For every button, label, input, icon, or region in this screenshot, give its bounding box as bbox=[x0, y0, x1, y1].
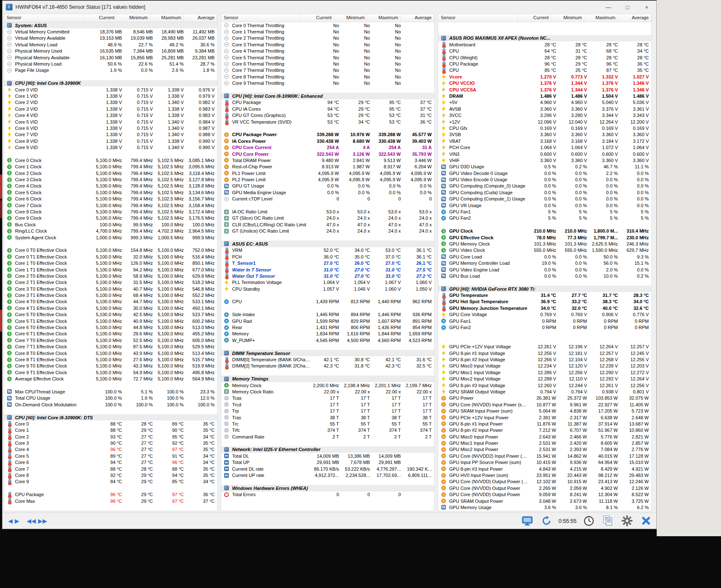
sensor-row[interactable]: Core 1 T1 Effective Clock5,100.0 MHz94.2… bbox=[4, 266, 217, 273]
sensor-row[interactable]: Core 9 VID1.338 V0.715 V1.340 V0.990 V bbox=[4, 144, 217, 150]
sensor-row[interactable]: Memory Clock2,200.0 MHz2,198.4 MHz2,201.… bbox=[221, 382, 434, 388]
sensor-row[interactable]: Core 3 VID1.338 V0.715 V1.338 V0.983 V bbox=[4, 106, 217, 112]
sensor-row[interactable]: Total DRAM Power9.480 W2.841 W9.513 W3.4… bbox=[221, 157, 434, 163]
sensor-row[interactable]: DRAM1.486 V1.486 V1.504 V1.486 V bbox=[438, 93, 651, 99]
sensor-row[interactable]: W_PUMP+4,545 RPM4,500 RPM4,560 RPM4,523 … bbox=[221, 337, 434, 343]
sensor-row[interactable]: GPU Memory Junction Temperature34.0 °C32… bbox=[438, 305, 651, 311]
sensor-row[interactable]: GPU Misc2 Input Power2.531 W2.393 W7.084… bbox=[438, 446, 651, 453]
sensor-row[interactable]: GPU 8-pin #3 Input Power4.843 W4.215 W8.… bbox=[438, 466, 651, 472]
sensor-row[interactable]: Ring/LLC Clock4,700.0 MHz799.4 MHz4,702.… bbox=[4, 228, 217, 234]
sensor-row[interactable]: System Agent Clock1,000.0 MHz999.3 MHz1,… bbox=[4, 234, 217, 241]
sensor-group-header[interactable]: Memory Timings bbox=[221, 375, 434, 382]
sensor-row[interactable]: Trfc374 T374 T374 T374 T bbox=[221, 427, 434, 433]
sensor-row[interactable]: GPU Temperature31.4 °C27.7 °C31.7 °C28.3… bbox=[438, 292, 651, 298]
sensor-row[interactable]: CPU VCCSA1.376 V1.344 V1.376 V1.346 V bbox=[438, 86, 651, 93]
sensor-row[interactable]: IA OC Ratio Limit53.0 x53.0 x53.0 x53.0 … bbox=[221, 208, 434, 215]
sensor-row[interactable]: GPU Misc0 Input Power2.643 W2.466 W5.776… bbox=[438, 433, 651, 440]
reset-values-icon[interactable] bbox=[540, 515, 553, 527]
sensor-row[interactable]: VR VCC Temperature (SVID)53 °C34 °C53 °C… bbox=[221, 119, 434, 125]
sensor-row[interactable]: Rear1,431 RPM806 RPM1,436 RPM854 RPM bbox=[221, 324, 434, 330]
sensor-row[interactable]: CPU GT Cores (Graphics)53 °C29 °C53 °C31… bbox=[221, 112, 434, 118]
sensor-row[interactable]: GPU Video Engine Load0.0 %0.0 %2.0 %0.0 … bbox=[438, 266, 651, 273]
maximize-button[interactable]: □ bbox=[618, 1, 637, 13]
sensor-row[interactable]: GPU Misc2 Input Voltage12.288 V12.110 V1… bbox=[438, 375, 651, 382]
sensor-row[interactable]: VRM52.0 °C34.0 °C53.0 °C36.1 °C bbox=[221, 247, 434, 253]
sensor-row[interactable]: Core 4 Clock5,100.0 MHz799.4 MHz5,102.5 … bbox=[4, 183, 217, 189]
column-header-current[interactable]: Current bbox=[301, 14, 334, 22]
sensor-row[interactable]: CPU VCCIO1.376 V1.344 V1.376 V1.346 V bbox=[438, 80, 651, 86]
sensor-row[interactable]: GPU Memory Usage3.6 %3.6 %8.1 %6.2 % bbox=[438, 504, 651, 510]
sensor-row[interactable]: CPU Package Power339.288 W10.976 W339.28… bbox=[221, 132, 434, 138]
sensor-row[interactable]: DIMM[0] Temperature (BANK 0/ChannelA-DIM… bbox=[221, 356, 434, 362]
page-left-right-icon[interactable]: ◀◀ ▶▶ bbox=[25, 517, 49, 525]
sensor-row[interactable]: Core 0 T0 Effective Clock5,100.0 MHz154.… bbox=[4, 247, 217, 253]
sensor-row[interactable]: Motherboard28 °C28 °C28 °C28 °C bbox=[438, 41, 651, 48]
clock-toggle-icon[interactable] bbox=[582, 515, 596, 527]
sensor-row[interactable]: Core 0 Thermal ThrottlingNoNoNo bbox=[221, 22, 434, 28]
sensor-row[interactable]: Core 6 VID1.338 V0.715 V1.340 V0.987 V bbox=[4, 125, 217, 131]
sensor-row[interactable]: GT (Slice) OC Ratio Limit24.0 x24.0 x24.… bbox=[221, 215, 434, 221]
sensor-row[interactable]: 3VSB3.360 V3.360 V3.360 V3.360 V bbox=[438, 132, 651, 138]
sensor-row[interactable]: Core 8 Clock5,100.0 MHz799.4 MHz5,102.5 … bbox=[4, 208, 217, 215]
close-sensors-icon[interactable] bbox=[640, 515, 652, 526]
sensor-row[interactable]: Memory Clock Ratio22.00 x22.00 x22.00 x2… bbox=[221, 388, 434, 395]
sensor-row[interactable]: Core 0 T1 Effective Clock5,100.0 MHz32.0… bbox=[4, 253, 217, 260]
sensor-row[interactable]: PLL Termination Voltage1.064 V1.054 V1.0… bbox=[221, 279, 434, 286]
column-header-sensor[interactable]: Sensor bbox=[438, 14, 518, 22]
sensor-row[interactable]: Current UP rate4,912.372...2,234.528...1… bbox=[221, 472, 434, 478]
sensor-row[interactable]: GPU SRAM Output Power3.048 W2.673 W11.11… bbox=[438, 498, 651, 504]
sensor-row[interactable]: CLR (CBo/LLC/Ring) OC Ratio Limit47.0 x4… bbox=[221, 221, 434, 228]
column-header-average[interactable]: Average bbox=[184, 14, 217, 22]
sensor-row[interactable]: GPU Misc1 Input Power2.531 W2.420 W8.605… bbox=[438, 440, 651, 446]
sensor-row[interactable]: GPU Core (NVVDD) Output Power2.265 W2.05… bbox=[438, 485, 651, 491]
sensor-row[interactable]: GPU GT Usage0.0 %0.0 %0.0 %0.0 % bbox=[221, 183, 434, 189]
sensor-row[interactable]: CPU Core Current254 A4 A254 A31 A bbox=[221, 144, 434, 150]
sensor-row[interactable]: DIMM[2] Temperature (BANK 2/ChannelB-DIM… bbox=[221, 363, 434, 369]
sensor-row[interactable]: Core 3 T0 Effective Clock5,100.0 MHz40.7… bbox=[4, 286, 217, 292]
sensor-row[interactable]: GPU PCIe +12V Input Voltage12.261 V12.19… bbox=[438, 344, 651, 350]
sensor-row[interactable]: Core 390 °C27 °C92 °C35 °C bbox=[4, 440, 217, 446]
sensor-group-header[interactable]: GPU [#0]: NVIDIA GeForce RTX 3080 Ti: bbox=[438, 286, 651, 292]
sensor-row[interactable]: Core 2 Thermal ThrottlingNoNoNo bbox=[221, 35, 434, 41]
sensor-row[interactable]: Core 0 VID1.338 V0.715 V1.338 V0.976 V bbox=[4, 86, 217, 93]
sensor-row[interactable]: Core 6 Clock5,100.0 MHz799.4 MHz5,102.5 … bbox=[4, 196, 217, 202]
column-header-average[interactable]: Average bbox=[618, 14, 651, 22]
sensor-row[interactable]: Core 5 Thermal ThrottlingNoNoNo bbox=[221, 54, 434, 61]
sensor-row[interactable]: Core 3 Clock5,100.0 MHz799.4 MHz5,102.5 … bbox=[4, 176, 217, 182]
sensor-row[interactable]: Total DL14,009 MB13,386 MB14,009 MB bbox=[221, 453, 434, 459]
sensor-row[interactable]: Core 694 °C27 °C96 °C34 °C bbox=[4, 459, 217, 466]
sensor-row[interactable]: GPU Fan25 %5 %5 %5 % bbox=[438, 215, 651, 221]
sensor-row[interactable]: GPU Clock210.0 MHz210.0 MHz1,800.0 M...3… bbox=[438, 228, 651, 234]
sensor-row[interactable]: Core 0 Clock5,100.0 MHz799.4 MHz5,102.5 … bbox=[4, 157, 217, 163]
sensor-row[interactable]: Vcore1.270 V0.773 V1.332 V1.027 V bbox=[438, 74, 651, 80]
sensor-row[interactable]: Core 1 T0 Effective Clock5,100.0 MHz126.… bbox=[4, 260, 217, 266]
sensor-row[interactable]: Core 4 T0 Effective Clock5,100.0 MHz44.7… bbox=[4, 299, 217, 305]
sensor-row[interactable]: Core 788 °C28 °C88 °C35 °C bbox=[4, 466, 217, 472]
column-header-sensor[interactable]: Sensor bbox=[4, 14, 83, 22]
sensor-row[interactable]: GPU Effective Clock78.0 MHz77.3 MHz1,799… bbox=[438, 234, 651, 241]
sensor-row[interactable]: GPU Memory Controller Load19.0 %0.0 %56.… bbox=[438, 260, 651, 266]
sensor-row[interactable]: Physical Memory Used16,535 MB7,384 MB16,… bbox=[4, 48, 217, 54]
sensor-row[interactable]: Core 088 °C28 °C89 °C35 °C bbox=[4, 421, 217, 427]
column-header-average[interactable]: Average bbox=[401, 14, 434, 22]
sensor-row[interactable]: PCH Core1.064 V1.064 V1.072 V1.064 V bbox=[438, 144, 651, 150]
sensor-row[interactable]: CPU1,439 RPM813 RPM1,440 RPM862 RPM bbox=[221, 299, 434, 305]
sensor-row[interactable]: Core 188 °C29 °C90 °C35 °C bbox=[4, 427, 217, 433]
sensor-row[interactable]: GPU Power26.381 W25.372 W103.853 W32.075… bbox=[438, 395, 651, 401]
sensor-row[interactable]: Side intake1,445 RPM894 RPM1,446 RPM936 … bbox=[221, 312, 434, 318]
sensor-row[interactable]: Bus Clock100.0 MHz99.9 MHz100.0 MHz100.0… bbox=[4, 221, 217, 228]
sensor-row[interactable]: Core 892 °C29 °C94 °C35 °C bbox=[4, 472, 217, 478]
sensor-row[interactable]: GPU SRAM Input Power (sum)5.064 W4.838 W… bbox=[438, 408, 651, 414]
sensor-row[interactable]: Core 2 T1 Effective Clock5,100.0 MHz31.5… bbox=[4, 279, 217, 286]
sensor-row[interactable]: Core 5 Clock5,100.0 MHz799.4 MHz5,102.5 … bbox=[4, 189, 217, 195]
sensor-row[interactable]: Tcas17 T17 T17 T17 T bbox=[221, 395, 434, 401]
sensor-row[interactable]: Core 1 Thermal ThrottlingNoNoNo bbox=[221, 28, 434, 35]
sensor-row[interactable]: Core 5 T1 Effective Clock5,100.0 MHz40.9… bbox=[4, 318, 217, 324]
sensor-row[interactable]: Trcd17 T17 T17 T17 T bbox=[221, 401, 434, 408]
sensor-row[interactable]: GPU Video Clock555.0 MHz555.0 MHz1,590.0… bbox=[438, 247, 651, 253]
sensor-row[interactable]: Core 7 T1 Effective Clock5,100.0 MHz87.5… bbox=[4, 344, 217, 350]
sensor-row[interactable]: GPU 8-pin #2 Input Voltage12.266 V12.104… bbox=[438, 356, 651, 362]
sensor-row[interactable]: VBAT3.168 V3.168 V3.184 V3.172 V bbox=[438, 138, 651, 144]
sensor-row[interactable]: GPU Bus Load0.0 %0.0 %10.0 %0.2 % bbox=[438, 273, 651, 279]
sensor-row[interactable]: +12V12.096 V12.040 V12.264 V12.200 V bbox=[438, 119, 651, 125]
